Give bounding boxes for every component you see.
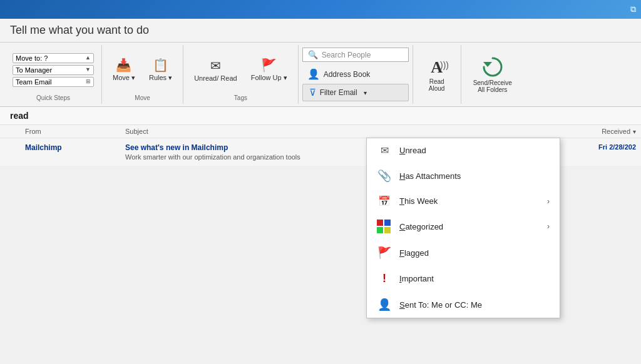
search-people-field[interactable]: 🔍 Search People — [302, 48, 409, 62]
dropdown-item-important[interactable]: ! Important — [367, 266, 560, 291]
read-aloud-icon: A ))) — [431, 58, 443, 77]
read-aloud-label: Read Aloud — [429, 78, 445, 92]
scroll-arrows-2: ▼ — [85, 67, 91, 73]
quick-steps-label: Quick Steps — [10, 92, 96, 101]
unread-read-icon: ✉ — [210, 58, 221, 73]
follow-up-label: Follow Up ▾ — [251, 74, 287, 82]
restore-icon[interactable]: ⧉ — [630, 4, 636, 14]
attachment-icon: 📎 — [377, 169, 392, 183]
dropdown-item-unread-label: Unread — [399, 146, 426, 155]
ribbon: Move to: ? ▲ To Manager ▼ Team Email ⊞ — [0, 43, 641, 107]
quick-steps-group: Move to: ? ▲ To Manager ▼ Team Email ⊞ — [5, 45, 102, 104]
tell-me-text: Tell me what you want to do — [10, 24, 631, 37]
team-email-label: Team Email — [16, 78, 51, 86]
dropdown-item-attachments[interactable]: 📎 Has Attachments — [367, 163, 560, 189]
read-aloud-button[interactable]: A ))) Read Aloud — [418, 54, 456, 95]
subject-column-header: Subject — [120, 128, 573, 135]
title-bar: ⧉ — [0, 0, 641, 19]
send-receive-buttons: Send/Receive All Folders — [466, 48, 519, 101]
address-book-icon: 👤 — [307, 68, 320, 80]
scroll-split-arrow[interactable]: ⊞ — [86, 79, 91, 84]
unread-read-label: Unread/ Read — [194, 74, 237, 82]
send-receive-label: Send/Receive All Folders — [473, 79, 512, 93]
find-group: 🔍 Search People 👤 Address Book ⊽ Filter … — [299, 45, 413, 104]
filter-email-button[interactable]: ⊽ Filter Email ▾ — [302, 84, 409, 101]
move-buttons: 📥 Move ▾ 📋 Rules ▾ — [107, 48, 178, 92]
scroll-arrows: ▲ — [85, 55, 91, 61]
move-to-row[interactable]: Move to: ? ▲ — [13, 53, 94, 63]
move-icon: 📥 — [116, 58, 131, 73]
move-group: 📥 Move ▾ 📋 Rules ▾ Move — [102, 45, 183, 104]
tags-label: Tags — [188, 92, 292, 101]
dropdown-item-unread[interactable]: ✉ Unread — [367, 138, 560, 163]
move-label: Move ▾ — [113, 74, 135, 82]
mail-column-headers: From Subject Received ▾ — [0, 125, 641, 138]
scroll-down-arrow[interactable]: ▼ — [85, 67, 91, 73]
filter-dropdown-arrow: ▾ — [364, 89, 367, 96]
filter-email-label: Filter Email — [320, 88, 357, 97]
follow-up-button[interactable]: 🚩 Follow Up ▾ — [245, 54, 293, 85]
dropdown-item-sent-to-me[interactable]: 👤 Sent To: Me or CC: Me — [367, 291, 560, 318]
move-to-section: Move to: ? ▲ To Manager ▼ Team Email ⊞ — [10, 52, 96, 88]
move-to-label: Move to: ? — [16, 54, 48, 62]
flag-icon: 🚩 — [377, 246, 392, 260]
received-column-header: Received ▾ — [573, 128, 636, 135]
dropdown-item-flagged-label: Flagged — [399, 248, 429, 258]
rules-label: Rules ▾ — [149, 74, 172, 82]
send-receive-button[interactable]: Send/Receive All Folders — [466, 53, 519, 96]
dropdown-item-attachments-label: Has Attachments — [399, 171, 461, 181]
mail-section-header: read — [0, 107, 641, 125]
tags-buttons: ✉ Unread/ Read 🚩 Follow Up ▾ — [188, 48, 292, 92]
address-book-label: Address Book — [324, 70, 371, 79]
sort-arrow[interactable]: ▾ — [633, 128, 636, 135]
categorized-arrow: › — [547, 222, 550, 231]
team-email-row[interactable]: Team Email ⊞ — [13, 77, 94, 87]
categorized-icon — [377, 220, 392, 233]
read-aloud-group: A ))) Read Aloud — [413, 45, 461, 104]
rules-button[interactable]: 📋 Rules ▾ — [143, 54, 178, 85]
move-button[interactable]: 📥 Move ▾ — [107, 54, 141, 85]
unread-read-button[interactable]: ✉ Unread/ Read — [188, 55, 243, 85]
send-receive-group: Send/Receive All Folders — [461, 45, 524, 104]
calendar-icon: 📅 — [377, 195, 392, 207]
svg-marker-0 — [483, 62, 492, 67]
person-icon: 👤 — [377, 298, 392, 311]
tags-group: ✉ Unread/ Read 🚩 Follow Up ▾ Tags — [183, 45, 298, 104]
dropdown-item-categorized-label: Categorized — [399, 222, 443, 231]
rules-icon: 📋 — [153, 58, 168, 73]
quick-steps-controls: Move to: ? ▲ To Manager ▼ Team Email ⊞ — [10, 48, 96, 92]
envelope-icon: ✉ — [377, 144, 392, 156]
refresh-icon — [481, 56, 504, 78]
checkbox-column — [5, 128, 20, 135]
dropdown-item-flagged[interactable]: 🚩 Flagged — [367, 240, 560, 266]
mail-date: Fri 2/28/202 — [573, 143, 636, 151]
move-label: Move — [107, 92, 178, 101]
dropdown-item-sent-to-me-label: Sent To: Me or CC: Me — [399, 300, 482, 310]
dropdown-item-this-week-label: This Week — [399, 196, 438, 206]
from-column-header: From — [20, 128, 120, 135]
dropdown-item-this-week[interactable]: 📅 This Week › — [367, 189, 560, 213]
read-aloud-buttons: A ))) Read Aloud — [418, 48, 456, 101]
scroll-arrows-3: ⊞ — [86, 79, 91, 84]
to-manager-row[interactable]: To Manager ▼ — [13, 65, 94, 75]
address-book-button[interactable]: 👤 Address Book — [302, 66, 409, 82]
follow-up-icon: 🚩 — [261, 58, 277, 73]
scroll-up-arrow[interactable]: ▲ — [85, 55, 91, 61]
dropdown-item-important-label: Important — [399, 274, 434, 283]
to-manager-label: To Manager — [16, 66, 52, 74]
important-icon: ! — [377, 272, 392, 285]
tell-me-bar: Tell me what you want to do — [0, 19, 641, 43]
search-people-placeholder: Search People — [322, 51, 371, 59]
search-icon: 🔍 — [308, 50, 318, 59]
filter-dropdown-menu: ✉ Unread 📎 Has Attachments 📅 This Week › — [366, 138, 560, 318]
filter-icon: ⊽ — [309, 87, 316, 98]
mail-from: Mailchimp — [20, 143, 120, 152]
dropdown-item-categorized[interactable]: Categorized › — [367, 213, 560, 240]
this-week-arrow: › — [547, 197, 550, 206]
